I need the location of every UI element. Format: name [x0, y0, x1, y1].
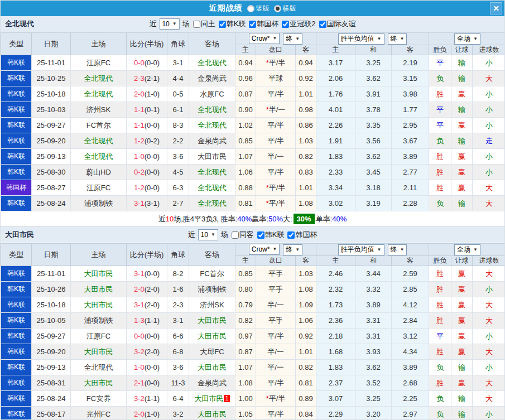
- odds-home: 0.82: [235, 313, 256, 329]
- odds-away: 0.81: [296, 375, 316, 391]
- handicap-cell: 平/半: [256, 165, 296, 180]
- chevron-down-icon: ▼: [272, 36, 277, 41]
- radio-label: 横版: [283, 4, 296, 13]
- result-cell: 胜: [429, 86, 451, 102]
- stage-select[interactable]: 终▼: [283, 33, 302, 45]
- sub-col-header: 和: [355, 45, 392, 55]
- summary-segment: 50%: [268, 215, 283, 223]
- avg-away: 3.67: [392, 133, 429, 149]
- result-group-header: 全场▼: [429, 244, 505, 256]
- goals-cell: 大: [473, 297, 505, 313]
- bookmaker-select[interactable]: Crow*▼: [249, 244, 280, 255]
- stage-select[interactable]: 终▼: [388, 244, 407, 255]
- avg-away: 3.98: [392, 86, 429, 102]
- odds-home: 0.80: [235, 282, 256, 297]
- date-cell: 25-10-03: [32, 102, 71, 118]
- handicap-cell: *平/半: [256, 55, 296, 71]
- stage-select[interactable]: 终▼: [388, 33, 407, 45]
- home-team: 全北现代: [71, 360, 127, 375]
- goals-cell: 大: [473, 180, 505, 196]
- avg-type-select[interactable]: 胜平负均值▼: [338, 244, 384, 255]
- league-checkbox[interactable]: [257, 231, 264, 239]
- sub-col-header: 盘口: [256, 45, 296, 55]
- avg-draw: 3.62: [355, 360, 392, 375]
- same-side-checkbox[interactable]: [193, 21, 200, 28]
- odds-home: 1.08: [235, 375, 256, 391]
- table-row: 韩K联25-09-27FC首尔1-1(0-0)8-3全北现代1.02平/半0.8…: [1, 118, 505, 133]
- home-team: 大田市民: [71, 344, 127, 360]
- goals-cell: 小: [473, 86, 505, 102]
- sub-col-header: 客: [296, 256, 316, 266]
- avg-home: 1.83: [316, 149, 355, 165]
- away-team: 全北现代: [189, 196, 235, 211]
- odds-away: 0.83: [296, 165, 316, 180]
- date-cell: 25-09-27: [32, 118, 71, 133]
- odds-away: 1.06: [296, 313, 316, 329]
- date-cell: 25-09-20: [32, 344, 71, 360]
- fulltime-score: 1-3: [134, 316, 145, 325]
- avg-home: 2.32: [316, 282, 355, 297]
- league-checkbox[interactable]: [287, 231, 295, 239]
- avg-type-select[interactable]: 胜平负均值▼: [338, 33, 384, 45]
- result-cell: 胜: [429, 375, 451, 391]
- avg-home: 2.29: [316, 407, 355, 420]
- away-team: 金泉尚武: [189, 375, 235, 391]
- matches-count-select[interactable]: 10▼: [198, 229, 218, 240]
- goals-cell: 小: [473, 282, 505, 297]
- match-type-badge: 韩K联: [1, 407, 32, 420]
- match-type-badge: 韩K联: [1, 149, 32, 165]
- odds-home: 0.87: [235, 86, 256, 102]
- table-row: 韩K联25-09-13全北现代1-0(0-0)3-6大田市民1.07半/一0.8…: [1, 360, 505, 375]
- bookmaker-select[interactable]: Crow*▼: [249, 33, 280, 44]
- sub-col-header: 让球: [451, 45, 473, 55]
- handicap-cell: 半/一: [256, 149, 296, 165]
- goals-cell: 小: [473, 149, 505, 165]
- odds-home: 0.88: [235, 180, 256, 196]
- league-checkbox[interactable]: [249, 21, 256, 28]
- league-checkbox[interactable]: [282, 21, 289, 28]
- home-team: 大田市民: [71, 266, 127, 282]
- match-type-badge: 韩K联: [1, 344, 32, 360]
- avg-home: 1.73: [316, 297, 355, 313]
- close-button[interactable]: ✕: [490, 2, 502, 15]
- same-side-checkbox[interactable]: [232, 231, 239, 239]
- corners-cell: 4-4: [167, 71, 189, 86]
- layout-radio-horizontal[interactable]: 横版: [274, 4, 296, 13]
- odds-away: 1.01: [296, 180, 316, 196]
- sub-col-header: 进球数: [473, 45, 505, 55]
- match-type-badge: 韩K联: [1, 196, 32, 211]
- handicap-result-cell: 赢: [451, 165, 473, 180]
- handicap-cell: 平手: [256, 313, 296, 329]
- fulltime-score: 3-2: [134, 347, 145, 356]
- matches-count-select[interactable]: 10▼: [159, 18, 179, 30]
- layout-radio-vertical[interactable]: 竖版: [247, 4, 270, 13]
- goals-cell: 大: [473, 344, 505, 360]
- date-cell: 25-08-24: [32, 196, 71, 211]
- odds-away: 1.08: [296, 282, 316, 297]
- star-marker: *: [266, 59, 269, 67]
- goals-cell: 小: [473, 360, 505, 375]
- date-cell: 25-08-31: [32, 375, 71, 391]
- date-cell: 25-11-01: [32, 55, 71, 71]
- stage-select[interactable]: 终▼: [283, 244, 302, 255]
- avg-home: 2.36: [316, 313, 355, 329]
- sections-container: 全北现代近10▼场同主韩K联韩国杯亚冠联2国际友谊类型日期主场比分(半场)角球客…: [1, 16, 504, 420]
- recent-results-panel: 近期战绩 竖版 横版 ✕ 全北现代近10▼场同主韩K联韩国杯亚冠联2国际友谊类型…: [0, 0, 505, 420]
- handicap-cell: 半/一: [256, 360, 296, 375]
- corners-cell: 3-1: [167, 55, 189, 71]
- match-type-badge: 韩K联: [1, 282, 32, 297]
- scope-select[interactable]: 全场▼: [454, 33, 480, 45]
- away-team: 全北现代: [189, 165, 235, 180]
- avg-draw: 3.32: [355, 282, 392, 297]
- league-checkbox[interactable]: [219, 21, 226, 28]
- summary-segment: 40%: [237, 215, 252, 223]
- sub-col-header: 胜负: [429, 256, 451, 266]
- away-team: 金泉尚武: [189, 133, 235, 149]
- table-row: 韩国杯25-08-27江原FC1-2(0-0)6-3全北现代0.88*平/半1.…: [1, 180, 505, 196]
- league-checkbox[interactable]: [319, 21, 326, 28]
- scope-select[interactable]: 全场▼: [454, 244, 480, 255]
- avg-away: 3.89: [392, 360, 429, 375]
- match-type-badge: 韩K联: [1, 165, 32, 180]
- fulltime-score: 1-1: [134, 121, 145, 129]
- score-cell: 0-0(0-0): [127, 55, 167, 71]
